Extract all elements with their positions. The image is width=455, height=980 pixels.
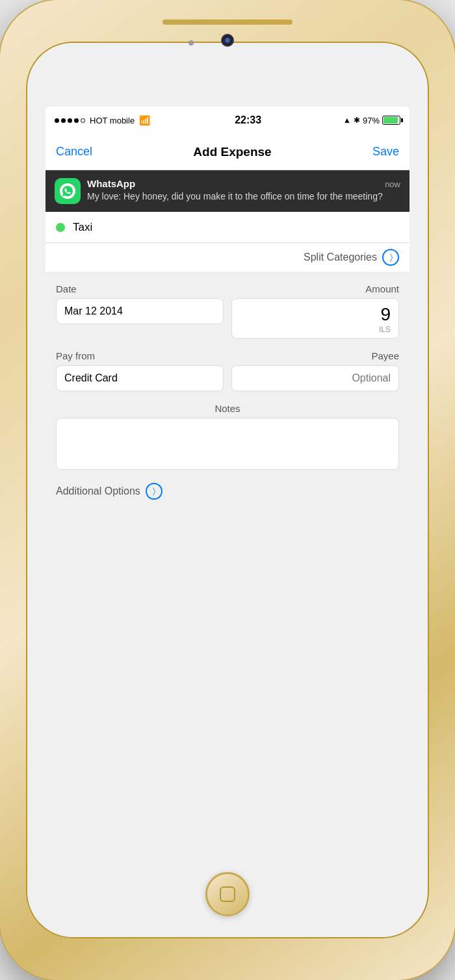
form-area: Taxi Split Categories 〉 Date: [46, 212, 410, 847]
amount-currency: ILS: [379, 325, 391, 334]
speaker-dot: [188, 40, 194, 45]
screen: HOT mobile 📶 22:33 ▲ ✱ 97% Canc: [46, 107, 410, 847]
signal-bars: [55, 118, 85, 123]
additional-options-label: Additional Options: [56, 485, 140, 497]
payee-input[interactable]: [231, 365, 399, 391]
signal-dot-3: [68, 118, 72, 123]
date-label: Date: [56, 283, 224, 294]
date-amount-row: Date Amount 9 ILS: [56, 283, 399, 339]
pay-from-input[interactable]: [56, 365, 224, 391]
status-right: ▲ ✱ 97%: [343, 116, 400, 125]
split-categories-label: Split Categories: [304, 251, 377, 263]
camera: [221, 34, 234, 47]
notes-section: Notes: [46, 403, 410, 472]
category-name: Taxi: [73, 221, 399, 234]
chevron-right-icon: 〉: [390, 252, 393, 263]
notification-message: My love: Hey honey, did you make it to t…: [87, 190, 400, 203]
amount-field-group: Amount 9 ILS: [231, 283, 399, 339]
wifi-icon: 📶: [139, 115, 150, 125]
status-left: HOT mobile 📶: [55, 115, 153, 125]
carrier-name: HOT mobile: [90, 116, 135, 125]
additional-chevron-icon: 〉: [153, 486, 155, 496]
payee-field-group: Payee: [231, 350, 399, 391]
signal-dot-1: [55, 118, 59, 123]
pay-from-label: Pay from: [56, 350, 224, 361]
additional-options-row[interactable]: Additional Options 〉: [46, 483, 410, 500]
bluetooth-icon: ✱: [354, 116, 360, 125]
notification-header: WhatsApp now: [87, 178, 400, 189]
battery-fill: [384, 117, 398, 123]
notification-content: WhatsApp now My love: Hey honey, did you…: [87, 178, 400, 203]
date-amount-section: Date Amount 9 ILS: [46, 283, 410, 391]
date-input[interactable]: [56, 298, 224, 324]
whatsapp-logo: [60, 183, 75, 199]
page-title: Add Expense: [193, 145, 271, 159]
split-categories-chevron[interactable]: 〉: [382, 249, 399, 266]
category-dot: [56, 223, 65, 232]
amount-value: 9: [380, 305, 391, 324]
location-icon: ▲: [343, 116, 351, 125]
nav-bar: Cancel Add Expense Save: [46, 134, 410, 170]
save-button[interactable]: Save: [372, 145, 399, 159]
battery-indicator: [382, 116, 400, 125]
status-bar: HOT mobile 📶 22:33 ▲ ✱ 97%: [46, 107, 410, 134]
notes-label: Notes: [56, 403, 399, 414]
payee-label: Payee: [371, 350, 399, 361]
amount-input-wrapper[interactable]: 9 ILS: [231, 298, 399, 339]
pay-payee-row: Pay from Payee: [56, 350, 399, 391]
category-row[interactable]: Taxi: [46, 212, 410, 243]
battery-box: [382, 116, 400, 125]
status-time: 22:33: [235, 114, 261, 126]
signal-dot-2: [61, 118, 66, 123]
signal-dot-5: [81, 118, 85, 123]
home-button[interactable]: [205, 872, 250, 916]
signal-dot-4: [74, 118, 79, 123]
pay-from-field-group: Pay from: [56, 350, 224, 391]
battery-pct: 97%: [363, 116, 380, 125]
notification-time: now: [385, 179, 400, 189]
top-speaker: [162, 19, 292, 25]
date-field-group: Date: [56, 283, 224, 339]
phone-body: HOT mobile 📶 22:33 ▲ ✱ 97% Canc: [26, 42, 429, 938]
home-button-square: [220, 886, 235, 902]
notification-banner[interactable]: WhatsApp now My love: Hey honey, did you…: [46, 170, 410, 212]
whatsapp-app-icon: [55, 178, 81, 204]
cancel-button[interactable]: Cancel: [56, 145, 92, 159]
notes-input[interactable]: [56, 418, 399, 470]
phone-device: HOT mobile 📶 22:33 ▲ ✱ 97% Canc: [0, 0, 455, 980]
home-button-inner: [207, 874, 248, 914]
category-section: Taxi Split Categories 〉: [46, 212, 410, 272]
notification-app-name: WhatsApp: [87, 178, 135, 189]
split-categories-row[interactable]: Split Categories 〉: [46, 243, 410, 272]
amount-label: Amount: [365, 283, 399, 294]
additional-options-chevron[interactable]: 〉: [146, 483, 162, 500]
